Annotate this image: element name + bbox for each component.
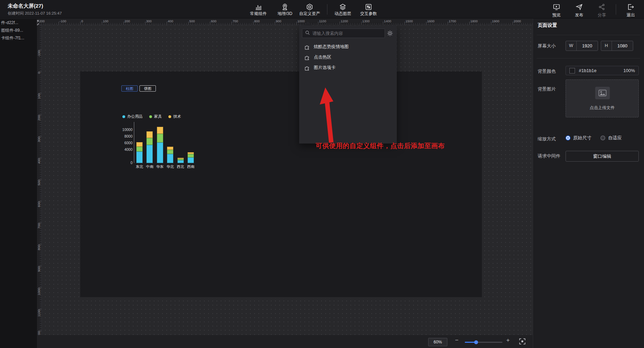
- chart-widget[interactable]: 柱图 饼图 办公用品家具技术 100008000600040000 东北中南华东…: [113, 83, 200, 172]
- legend-item[interactable]: 办公用品: [122, 114, 143, 119]
- ruler-label: 300: [146, 19, 152, 23]
- bar-segment[interactable]: [146, 131, 153, 138]
- ruler-label: 1100: [37, 310, 41, 322]
- ruler-label: 700: [233, 19, 238, 23]
- bar-segment[interactable]: [167, 154, 173, 163]
- share-nodes-icon: [598, 3, 606, 12]
- legend-item[interactable]: 家具: [149, 114, 162, 119]
- legend-item[interactable]: 技术: [168, 114, 181, 119]
- created-time: 创建时间 2022-11-07 16:25:47: [8, 11, 62, 16]
- exit-button[interactable]: 退出: [621, 2, 641, 17]
- ruler-tick: [340, 22, 340, 25]
- ruler-tick: [404, 22, 405, 25]
- ruler-label: 200: [124, 19, 130, 23]
- width-input-group[interactable]: W 1920: [566, 41, 598, 51]
- paper-plane-icon: [575, 3, 583, 12]
- zoom-out-button[interactable]: −: [455, 337, 459, 344]
- legend-label: 办公用品: [127, 114, 143, 119]
- ruler-label: 1900: [492, 19, 499, 23]
- ruler-tick: [275, 22, 275, 25]
- topbar-divider: [616, 4, 616, 15]
- tab-pie-chart[interactable]: 饼图: [139, 85, 156, 92]
- share-button[interactable]: 分享: [592, 2, 612, 17]
- panel-title: 页面设置: [538, 22, 557, 29]
- ruler-label: -100: [37, 51, 41, 63]
- legend-dot-icon: [122, 115, 125, 118]
- bar-segment[interactable]: [177, 159, 184, 161]
- bar-segment[interactable]: [146, 138, 153, 145]
- radio-original-size[interactable]: 原始尺寸: [566, 135, 591, 141]
- ruler-label: 900: [37, 266, 41, 279]
- legend-dot-icon: [149, 115, 152, 118]
- bar-segment[interactable]: [177, 158, 184, 159]
- toolbar-item-geo-3d[interactable]: 地理/3D: [273, 2, 297, 17]
- layer-item[interactable]: 图组件-89...: [0, 26, 37, 34]
- publish-button[interactable]: 发布: [569, 2, 589, 17]
- height-input-group[interactable]: H 1080: [601, 41, 633, 51]
- ruler-label: -100: [60, 19, 66, 23]
- bar-segment[interactable]: [157, 142, 163, 163]
- bar-segment[interactable]: [146, 145, 153, 163]
- bg-color-picker[interactable]: #1b1b1e 100%: [566, 66, 639, 75]
- gear-icon[interactable]: [387, 30, 393, 37]
- asset-item[interactable]: 图片选项卡: [299, 63, 397, 72]
- zoom-level-select[interactable]: 60%: [428, 338, 447, 346]
- bar-segment[interactable]: [177, 160, 184, 163]
- radio-auto-fit[interactable]: 自适应: [600, 135, 622, 141]
- bar-segment[interactable]: [167, 147, 173, 150]
- search-icon: [305, 30, 310, 37]
- layers-sidebar: 件-d22f...图组件-89...卡组件-7f1...: [0, 18, 37, 348]
- ruler-label: 1500: [406, 19, 413, 23]
- color-opacity-value: 100%: [623, 68, 635, 73]
- zoom-slider-handle[interactable]: [474, 340, 478, 344]
- bar-segment[interactable]: [136, 142, 143, 146]
- ruler-label: 1100: [319, 19, 326, 23]
- bg-image-label: 背景图片: [538, 86, 556, 92]
- legend-dot-icon: [168, 115, 171, 118]
- toolbar-item-regular-components[interactable]: 常规组件: [246, 2, 271, 17]
- asset-item[interactable]: 点击热区: [299, 53, 397, 62]
- asset-search-input[interactable]: [312, 31, 382, 36]
- fit-to-screen-icon[interactable]: [518, 338, 526, 345]
- bar-segment[interactable]: [188, 154, 194, 157]
- puzzle-icon: [304, 54, 310, 60]
- puzzle-icon: [304, 65, 310, 71]
- layer-item[interactable]: 卡组件-7f1...: [0, 34, 37, 42]
- zoom-slider[interactable]: [465, 342, 502, 343]
- sliders-icon: [365, 3, 372, 11]
- height-value-input[interactable]: 1080: [612, 41, 633, 51]
- asset-search-box[interactable]: [302, 29, 385, 38]
- ruler-tick: [167, 22, 167, 25]
- bg-image-upload-area[interactable]: 点击上传文件: [566, 79, 639, 117]
- asset-item[interactable]: 炫酷态势疫情地图: [299, 42, 397, 51]
- width-value-input[interactable]: 1920: [577, 41, 598, 51]
- ruler-label: 800: [37, 245, 41, 257]
- toolbar-item-interactive-params[interactable]: 交互参数: [356, 2, 381, 17]
- exit-icon: [627, 3, 635, 12]
- tab-bar-chart[interactable]: 柱图: [121, 85, 138, 92]
- ruler-tick: [188, 22, 189, 25]
- bar-segment[interactable]: [188, 152, 194, 154]
- bar-segment[interactable]: [167, 150, 173, 154]
- preview-button[interactable]: 预览: [547, 2, 566, 17]
- vertical-ruler: -100010020030040050060070080090010001100…: [37, 25, 42, 335]
- toolbar-item-dynamic-layers[interactable]: 动态图层: [331, 2, 355, 17]
- toolbar-item-custom-assets[interactable]: 自定义资产: [297, 2, 322, 17]
- ruler-tick: [102, 22, 102, 25]
- bg-color-label: 背景颜色: [538, 68, 556, 75]
- bar-segment[interactable]: [188, 157, 194, 163]
- bar-segment[interactable]: [136, 152, 143, 163]
- layer-item[interactable]: 件-d22f...: [0, 19, 37, 26]
- ruler-label: 0: [81, 19, 83, 23]
- window-edit-button[interactable]: 窗口编辑: [566, 151, 639, 162]
- ruler-label: 2000: [514, 19, 521, 23]
- image-icon: [595, 87, 610, 99]
- bar-segment[interactable]: [157, 127, 163, 134]
- zoom-in-button[interactable]: +: [506, 337, 510, 344]
- ruler-label: 100: [103, 19, 108, 23]
- ruler-tick: [383, 22, 383, 25]
- ruler-label: 1000: [297, 19, 305, 23]
- bar-segment[interactable]: [136, 147, 143, 152]
- bar-segment[interactable]: [157, 134, 163, 142]
- color-swatch[interactable]: [569, 68, 575, 74]
